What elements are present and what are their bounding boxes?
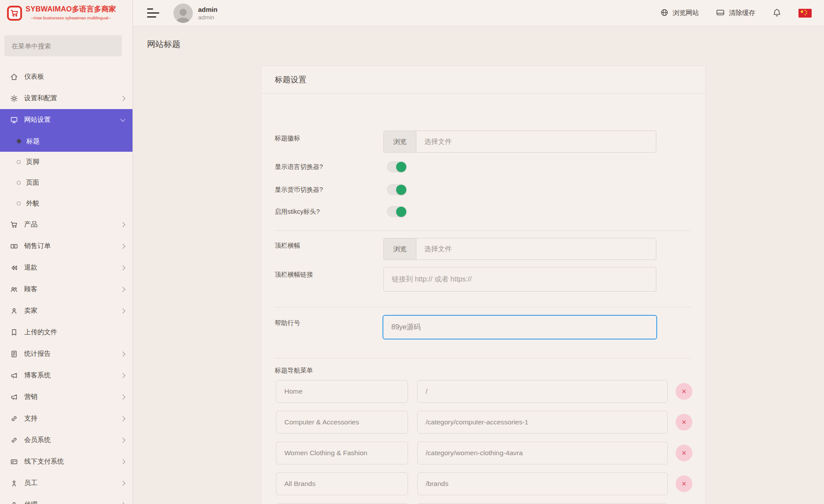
- sidebar-item-products[interactable]: 产品: [0, 214, 132, 235]
- chevron-right-icon: [120, 244, 125, 248]
- megaphone-icon: [10, 371, 18, 380]
- sidebar-item-staff[interactable]: 员工: [0, 472, 132, 494]
- remove-nav-item-button[interactable]: ×: [676, 445, 692, 461]
- divider: [275, 307, 691, 307]
- sidebar-subitem-footer[interactable]: 页脚: [0, 152, 132, 172]
- currency-switcher-toggle[interactable]: [387, 184, 407, 195]
- user-menu[interactable]: admin admin: [198, 6, 217, 21]
- sidebar-item-dashboard[interactable]: 仪表板: [0, 66, 132, 88]
- drive-icon: [716, 8, 725, 18]
- chevron-right-icon: [120, 438, 125, 442]
- sidebar-item-agents[interactable]: 代理: [0, 494, 132, 504]
- sidebar-active-group: 网站设置 标题: [0, 109, 132, 152]
- chevron-right-icon: [120, 481, 125, 486]
- bullet-icon: [17, 160, 21, 164]
- chevron-right-icon: [120, 373, 125, 378]
- sidebar: SYBWAIMAO多语言多商家 --How businesses sybwaim…: [0, 0, 133, 504]
- sidebar-menu: 仪表板 设置和配置 网站设置 标题 页脚: [0, 66, 132, 504]
- sidebar-item-reports[interactable]: 统计报告: [0, 343, 132, 365]
- nav-item-label-input[interactable]: [276, 472, 408, 495]
- browse-button[interactable]: 浏览: [384, 238, 416, 259]
- sidebar-item-settings[interactable]: 设置和配置: [0, 88, 132, 109]
- main-content: 网站标题 标题设置 标题徽标 浏览 选择文件 显示语言切换器? 显示货币切换器?…: [133, 26, 824, 504]
- globe-icon: [660, 8, 669, 18]
- menu-search-input[interactable]: [4, 35, 122, 56]
- banknote-icon: [10, 242, 18, 251]
- sticky-header-toggle[interactable]: [387, 206, 407, 217]
- person-icon: [10, 500, 18, 504]
- users-icon: [10, 285, 18, 294]
- browse-site-link[interactable]: 浏览网站: [660, 8, 699, 18]
- sidebar-item-uploaded-files[interactable]: 上传的文件: [0, 321, 132, 343]
- chevron-right-icon: [120, 351, 125, 356]
- nav-item-label-input[interactable]: [276, 411, 408, 434]
- sidebar-toggle-button[interactable]: [147, 8, 160, 18]
- nav-item-url-input[interactable]: [417, 411, 668, 434]
- brand-logo[interactable]: SYBWAIMAO多语言多商家 --How businesses sybwaim…: [0, 0, 132, 21]
- sidebar-item-marketing[interactable]: 营销: [0, 386, 132, 408]
- browse-button[interactable]: 浏览: [384, 131, 416, 152]
- link-icon: [10, 414, 18, 423]
- topbar-banner-link-input[interactable]: [383, 267, 656, 292]
- sidebar-item-offline-payment[interactable]: 线下支付系统: [0, 451, 132, 472]
- helpline-label: 帮助行号: [275, 319, 300, 327]
- language-flag-cn[interactable]: ★ ★ ★ ★ ★: [798, 9, 812, 18]
- header-logo-file-input[interactable]: 浏览 选择文件: [383, 131, 656, 153]
- chevron-right-icon: [120, 308, 125, 313]
- sidebar-item-blog[interactable]: 博客系统: [0, 365, 132, 386]
- page-title: 网站标题: [147, 39, 180, 50]
- nav-menu-label: 标题导航菜单: [275, 366, 313, 375]
- bullet-icon: [17, 201, 21, 205]
- nav-item-label-input[interactable]: [276, 380, 408, 403]
- nav-item-url-input[interactable]: [417, 380, 668, 403]
- nav-menu-row: ×: [276, 472, 692, 495]
- topbar-banner-file-input[interactable]: 浏览 选择文件: [383, 238, 656, 260]
- remove-nav-item-button[interactable]: ×: [676, 475, 692, 492]
- bookmark-icon: [10, 328, 18, 337]
- user-role: admin: [198, 14, 217, 21]
- sidebar-subitem-appearance[interactable]: 外貌: [0, 193, 132, 214]
- chevron-down-icon: [120, 117, 125, 121]
- sidebar-item-customers[interactable]: 顾客: [0, 278, 132, 300]
- sidebar-item-refunds[interactable]: 退款: [0, 257, 132, 278]
- nav-item-label-input[interactable]: [276, 442, 408, 464]
- language-switcher-toggle[interactable]: [387, 161, 407, 172]
- sidebar-subitem-title[interactable]: 标题: [0, 131, 132, 152]
- chevron-right-icon: [120, 394, 125, 399]
- cart-logo-icon: [7, 6, 22, 21]
- notifications-bell-icon[interactable]: [772, 8, 782, 18]
- user-icon: [10, 307, 18, 315]
- remove-nav-item-button[interactable]: ×: [676, 383, 692, 400]
- sidebar-item-website-settings[interactable]: 网站设置: [0, 109, 132, 131]
- clear-cache-button[interactable]: 清除缓存: [716, 8, 755, 18]
- choose-file-placeholder: 选择文件: [416, 238, 452, 259]
- gear-icon: [10, 94, 18, 103]
- cart-icon: [10, 220, 18, 229]
- helpline-input[interactable]: [383, 315, 657, 340]
- nav-item-url-input[interactable]: [417, 442, 668, 464]
- link-icon: [10, 436, 18, 445]
- title-settings-panel: 标题设置 标题徽标 浏览 选择文件 显示语言切换器? 显示货币切换器? 启用st…: [261, 66, 706, 504]
- sidebar-item-sellers[interactable]: 卖家: [0, 300, 132, 321]
- topbar-banner-label: 顶栏横幅: [275, 241, 300, 250]
- sidebar-item-membership[interactable]: 会员系统: [0, 429, 132, 451]
- chevron-right-icon: [120, 502, 125, 504]
- sidebar-item-support[interactable]: 支持: [0, 408, 132, 429]
- person-icon: [10, 479, 18, 488]
- sidebar-subitem-pages[interactable]: 页面: [0, 172, 132, 193]
- nav-menu-row: ×: [276, 380, 692, 403]
- remove-nav-item-button[interactable]: ×: [676, 414, 692, 431]
- megaphone-icon: [10, 393, 18, 402]
- sidebar-item-sales-orders[interactable]: 销售订单: [0, 235, 132, 257]
- report-icon: [10, 350, 18, 358]
- nav-item-url-input[interactable]: [417, 472, 668, 495]
- choose-file-placeholder: 选择文件: [416, 131, 452, 152]
- avatar[interactable]: [173, 4, 193, 23]
- panel-title: 标题设置: [275, 74, 306, 85]
- language-switcher-label: 显示语言切换器?: [275, 163, 323, 171]
- top-header-bar: admin admin 浏览网站 清除缓存 ★ ★ ★ ★ ★: [133, 0, 824, 26]
- home-icon: [10, 73, 18, 81]
- header-logo-label: 标题徽标: [275, 134, 300, 142]
- topbar-banner-link-label: 顶栏横幅链接: [275, 270, 313, 279]
- card-icon: [10, 457, 18, 466]
